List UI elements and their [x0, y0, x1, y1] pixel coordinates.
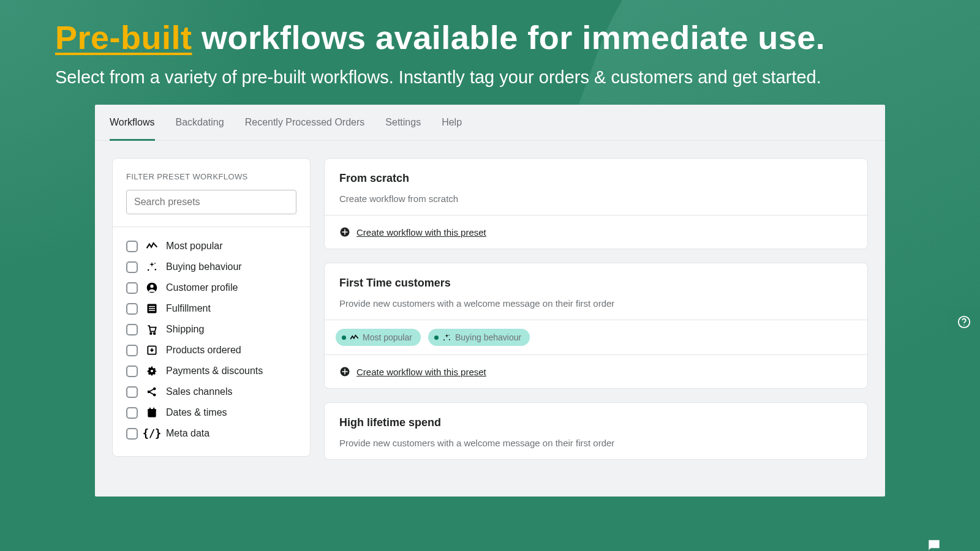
filter-sidebar: FILTER PRESET WORKFLOWS Most popularBuyi… [112, 158, 311, 457]
chart-icon [350, 333, 359, 342]
hero-highlight: Pre-built [55, 19, 192, 56]
svg-point-12 [151, 370, 153, 372]
tab-settings[interactable]: Settings [385, 117, 421, 140]
hero-section: Pre-built workflows available for immedi… [0, 0, 980, 94]
tab-backdating[interactable]: Backdating [176, 117, 224, 140]
filter-label: Payments & discounts [166, 365, 263, 377]
checkbox[interactable] [126, 261, 138, 273]
share-icon [145, 385, 159, 399]
svg-point-30 [963, 324, 964, 325]
filter-fulfillment[interactable]: Fulfillment [126, 302, 296, 315]
filter-heading: FILTER PRESET WORKFLOWS [126, 172, 296, 181]
tab-help[interactable]: Help [442, 117, 462, 140]
checkbox[interactable] [126, 282, 138, 294]
svg-point-1 [155, 269, 157, 271]
preset-list: From scratchCreate workflow from scratch… [324, 158, 868, 460]
filter-customer-profile[interactable]: Customer profile [126, 281, 296, 294]
dot-icon [434, 335, 439, 340]
app-content: FILTER PRESET WORKFLOWS Most popularBuyi… [95, 141, 885, 477]
chart-icon [145, 239, 159, 253]
hero-subtitle: Select from a variety of pre-built workf… [55, 67, 925, 88]
preset-tags: Most popularBuying behaviour [325, 320, 867, 354]
svg-point-10 [154, 332, 156, 334]
dot-icon [342, 335, 346, 340]
filter-label: Buying behaviour [166, 261, 242, 272]
checkbox[interactable] [126, 345, 138, 356]
divider [113, 227, 310, 227]
app-window: WorkflowsBackdatingRecently Processed Or… [95, 105, 885, 497]
svg-rect-28 [342, 371, 348, 372]
filter-buying-behaviour[interactable]: Buying behaviour [126, 260, 296, 274]
svg-point-2 [154, 263, 156, 264]
svg-point-23 [443, 339, 445, 340]
create-preset-link[interactable]: Create workflow with this preset [356, 227, 486, 238]
calendar-icon [145, 406, 159, 419]
tag-label: Most popular [363, 332, 412, 342]
sparkle-icon [145, 260, 159, 274]
filter-dates-times[interactable]: Dates & times [126, 406, 296, 419]
svg-rect-22 [342, 231, 348, 233]
filter-label: Meta data [166, 428, 209, 439]
preset-description: Provide new customers with a welcome mes… [339, 298, 853, 309]
svg-point-25 [449, 334, 450, 335]
filter-label: Products ordered [166, 345, 241, 356]
checkbox[interactable] [126, 428, 138, 440]
tag-pill: Buying behaviour [428, 329, 530, 346]
svg-rect-7 [149, 308, 155, 309]
checkbox[interactable] [126, 324, 138, 335]
tab-bar: WorkflowsBackdatingRecently Processed Or… [95, 105, 885, 141]
preset-card: First Time customersProvide new customer… [324, 263, 868, 389]
filter-label: Shipping [166, 324, 204, 335]
svg-point-0 [148, 269, 149, 271]
preset-description: Provide new customers with a welcome mes… [339, 438, 853, 448]
filter-label: Most popular [166, 241, 223, 252]
help-tab-button[interactable] [948, 309, 980, 335]
checkbox[interactable] [126, 303, 138, 315]
hero-title: Pre-built workflows available for immedi… [55, 18, 925, 56]
filter-label: Sales channels [166, 386, 233, 397]
filter-shipping[interactable]: Shipping [126, 323, 296, 336]
svg-rect-18 [149, 408, 151, 410]
checkbox[interactable] [126, 386, 138, 398]
tab-recently-processed-orders[interactable]: Recently Processed Orders [245, 117, 365, 140]
filter-label: Customer profile [166, 282, 238, 293]
code-icon: {/} [145, 427, 159, 440]
svg-rect-8 [149, 310, 155, 312]
preset-footer: Create workflow with this preset [325, 215, 867, 249]
checkbox[interactable] [126, 407, 138, 419]
preset-card: From scratchCreate workflow from scratch… [324, 158, 868, 249]
filter-most-popular[interactable]: Most popular [126, 239, 296, 253]
filter-payments-discounts[interactable]: Payments & discounts [126, 364, 296, 378]
svg-rect-19 [153, 408, 154, 410]
tag-pill: Most popular [336, 329, 421, 346]
sparkle-icon [442, 333, 451, 342]
filter-label: Fulfillment [166, 303, 211, 314]
list-icon [145, 302, 159, 315]
checkbox[interactable] [126, 241, 138, 252]
plus-circle-icon [339, 227, 350, 238]
preset-title: First Time customers [339, 277, 853, 290]
tab-workflows[interactable]: Workflows [110, 117, 155, 141]
download-icon [145, 343, 159, 357]
filter-products-ordered[interactable]: Products ordered [126, 343, 296, 357]
checkbox[interactable] [126, 365, 138, 377]
svg-point-4 [150, 285, 153, 288]
filter-meta-data[interactable]: {/}Meta data [126, 427, 296, 440]
chat-icon [926, 538, 942, 551]
cart-icon [145, 323, 159, 336]
svg-rect-17 [148, 409, 156, 411]
preset-title: High lifetime spend [339, 416, 853, 429]
filter-sales-channels[interactable]: Sales channels [126, 385, 296, 399]
gear-icon [145, 364, 159, 378]
search-input[interactable] [126, 190, 296, 214]
svg-point-9 [150, 332, 152, 334]
preset-description: Create workflow from scratch [339, 193, 853, 204]
preset-card: High lifetime spendProvide new customers… [324, 402, 868, 460]
preset-footer: Create workflow with this preset [325, 354, 867, 388]
preset-title: From scratch [339, 172, 853, 185]
plus-circle-icon [339, 366, 350, 377]
create-preset-link[interactable]: Create workflow with this preset [356, 367, 486, 377]
help-icon [957, 315, 971, 329]
filter-label: Dates & times [166, 407, 227, 418]
filter-list: Most popularBuying behaviourCustomer pro… [126, 239, 296, 440]
